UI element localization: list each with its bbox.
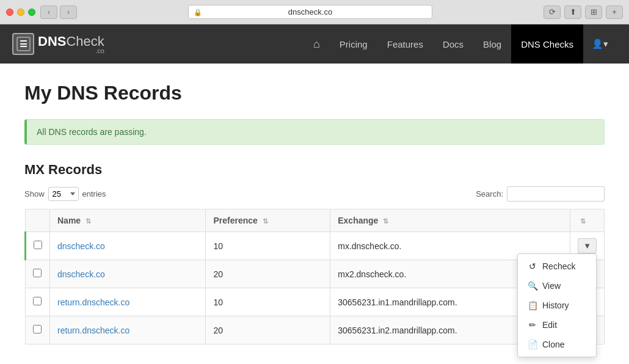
- clone-label: Clone: [542, 340, 565, 349]
- name-sort-icon: ⇅: [85, 217, 91, 225]
- navbar-nav: ⌂ Pricing Features Docs Blog DNS Checks …: [304, 24, 617, 64]
- minimize-button[interactable]: [17, 9, 24, 16]
- td-preference: 20: [206, 260, 330, 288]
- brand-text: DNSCheck .co: [38, 34, 104, 54]
- name-link[interactable]: return.dnscheck.co: [57, 297, 129, 307]
- dropdown-wrapper: ▼ ↺ Recheck 🔍 View: [578, 238, 597, 253]
- td-name: return.dnscheck.co: [50, 316, 206, 344]
- nav-home[interactable]: ⌂: [304, 24, 330, 64]
- maximize-button[interactable]: [28, 9, 35, 16]
- traffic-lights: [6, 9, 35, 16]
- browser-actions: ⟳ ⬆ ⊞ +: [544, 5, 623, 19]
- browser-chrome: ‹ › 🔒 dnscheck.co ⟳ ⬆ ⊞ +: [0, 0, 629, 24]
- entries-select[interactable]: 10 25 50 100: [48, 187, 79, 201]
- section-title: MX Records: [24, 162, 605, 178]
- recheck-icon: ↺: [528, 261, 537, 271]
- th-name[interactable]: Name ⇅: [50, 209, 206, 232]
- name-link[interactable]: dnscheck.co: [57, 269, 105, 279]
- td-checkbox: [26, 260, 50, 288]
- show-label: Show: [24, 189, 45, 198]
- name-link[interactable]: dnscheck.co: [57, 241, 105, 251]
- table-header-row: Name ⇅ Preference ⇅ Exchange ⇅ ⇅: [26, 209, 605, 232]
- history-label: History: [542, 300, 569, 310]
- row-checkbox[interactable]: [33, 269, 42, 277]
- search-label: Search:: [476, 189, 503, 198]
- recheck-label: Recheck: [542, 261, 575, 271]
- new-tab-button[interactable]: ⊞: [585, 5, 602, 19]
- edit-icon: ✏: [528, 320, 537, 330]
- dropdown-menu: ↺ Recheck 🔍 View 📋 History: [517, 253, 597, 357]
- exchange-sort-icon: ⇅: [383, 217, 388, 225]
- pref-sort-icon: ⇅: [263, 217, 268, 225]
- reload-button[interactable]: ⟳: [544, 5, 561, 19]
- view-label: View: [542, 281, 561, 291]
- nav-blog[interactable]: Blog: [473, 24, 511, 64]
- clone-icon: 📄: [528, 340, 537, 349]
- nav-pricing[interactable]: Pricing: [330, 24, 377, 64]
- back-button[interactable]: ‹: [40, 5, 57, 19]
- nav-features[interactable]: Features: [377, 24, 433, 64]
- records-table: Name ⇅ Preference ⇅ Exchange ⇅ ⇅ dnschec…: [24, 209, 605, 344]
- app-container: ☰ DNSCheck .co ⌂ Pricing Features Docs B…: [0, 24, 629, 364]
- logo-icon: ☰: [16, 37, 31, 51]
- edit-label: Edit: [542, 320, 557, 330]
- lock-icon: 🔒: [194, 8, 202, 16]
- brand-logo-box: ☰: [12, 33, 34, 55]
- history-icon: 📋: [528, 300, 537, 310]
- navbar: ☰ DNSCheck .co ⌂ Pricing Features Docs B…: [0, 24, 629, 64]
- td-preference: 10: [206, 288, 330, 316]
- th-exchange[interactable]: Exchange ⇅: [330, 209, 570, 232]
- show-entries: Show 10 25 50 100 entries: [24, 187, 106, 201]
- td-preference: 20: [206, 316, 330, 344]
- td-checkbox: [26, 232, 50, 260]
- name-link[interactable]: return.dnscheck.co: [57, 326, 129, 335]
- action-button[interactable]: ▼: [578, 238, 597, 253]
- alert-message: All DNS records are passing.: [37, 127, 147, 137]
- nav-docs[interactable]: Docs: [433, 24, 473, 64]
- th-checkbox: [26, 209, 50, 232]
- success-alert: All DNS records are passing.: [24, 119, 605, 145]
- nav-dns-checks[interactable]: DNS Checks: [511, 24, 583, 64]
- search-input[interactable]: [507, 186, 605, 202]
- brand-logo[interactable]: ☰ DNSCheck .co: [12, 33, 104, 55]
- th-preference[interactable]: Preference ⇅: [206, 209, 330, 232]
- more-button[interactable]: +: [606, 5, 623, 19]
- td-checkbox: [26, 288, 50, 316]
- table-row: dnscheck.co 10 mx.dnscheck.co. ▼ ↺ Reche…: [26, 232, 605, 260]
- address-bar[interactable]: 🔒 dnscheck.co: [188, 5, 432, 19]
- browser-nav-buttons: ‹ ›: [40, 5, 77, 19]
- dropdown-recheck[interactable]: ↺ Recheck: [518, 257, 596, 276]
- td-name: dnscheck.co: [50, 260, 206, 288]
- row-checkbox[interactable]: [33, 297, 42, 305]
- dropdown-clone[interactable]: 📄 Clone: [518, 335, 596, 354]
- entries-label: entries: [82, 189, 106, 198]
- td-preference: 10: [206, 232, 330, 260]
- td-name: dnscheck.co: [50, 232, 206, 260]
- search-control: Search:: [476, 186, 605, 202]
- row-checkbox[interactable]: [34, 241, 42, 249]
- user-icon: 👤▾: [592, 38, 608, 49]
- dropdown-edit[interactable]: ✏ Edit: [518, 315, 596, 335]
- th-actions: ⇅: [570, 209, 605, 232]
- address-text: dnscheck.co: [288, 7, 332, 16]
- td-name: return.dnscheck.co: [50, 288, 206, 316]
- td-action: ▼ ↺ Recheck 🔍 View: [570, 232, 605, 260]
- main-content: My DNS Records All DNS records are passi…: [0, 64, 629, 363]
- td-checkbox: [26, 316, 50, 344]
- table-controls: Show 10 25 50 100 entries Search:: [24, 186, 605, 202]
- action-sort-icon: ⇅: [580, 217, 586, 225]
- close-button[interactable]: [6, 9, 13, 16]
- dropdown-view[interactable]: 🔍 View: [518, 276, 596, 296]
- dropdown-history[interactable]: 📋 History: [518, 296, 596, 315]
- address-bar-wrap: 🔒 dnscheck.co: [82, 5, 539, 19]
- page-title: My DNS Records: [24, 82, 605, 104]
- forward-button[interactable]: ›: [60, 5, 77, 19]
- share-button[interactable]: ⬆: [564, 5, 581, 19]
- row-checkbox[interactable]: [33, 325, 42, 333]
- nav-user[interactable]: 👤▾: [583, 24, 617, 64]
- view-icon: 🔍: [528, 281, 537, 291]
- brand-dns: DNS: [38, 34, 66, 49]
